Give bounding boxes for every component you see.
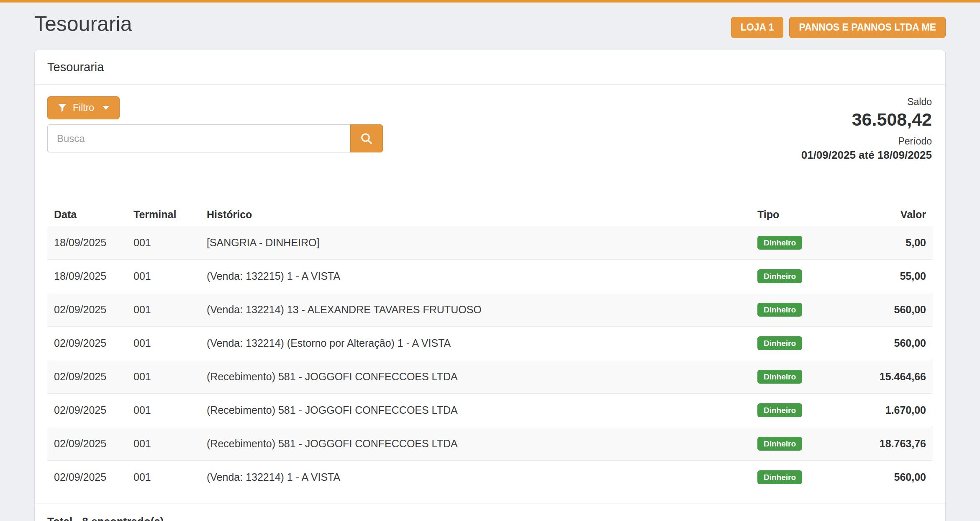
- cell-valor: 5,00: [847, 226, 933, 260]
- cell-tipo: Dinheiro: [751, 260, 847, 293]
- card-body: Filtro Saldo 36.508,42: [35, 85, 945, 494]
- cell-historico: [SANGRIA - DINHEIRO]: [200, 226, 751, 260]
- table-row[interactable]: 02/09/2025 001 (Recebimento) 581 - JOGGO…: [47, 394, 933, 427]
- cell-data: 02/09/2025: [47, 360, 127, 394]
- company-button[interactable]: PANNOS E PANNOS LTDA ME: [789, 17, 946, 38]
- cell-data: 02/09/2025: [47, 293, 127, 327]
- filter-dropdown-button[interactable]: Filtro: [47, 96, 120, 119]
- card-title: Tesouraria: [35, 50, 945, 85]
- tipo-badge: Dinheiro: [757, 370, 802, 384]
- column-header-tipo: Tipo: [751, 204, 847, 226]
- cell-tipo: Dinheiro: [751, 360, 847, 394]
- table-row[interactable]: 02/09/2025 001 (Venda: 132214) 13 - ALEX…: [47, 293, 933, 327]
- cell-historico: (Venda: 132214) 13 - ALEXANDRE TAVARES F…: [200, 293, 751, 327]
- transactions-table: Data Terminal Histórico Tipo Valor 18/09…: [47, 204, 933, 494]
- tipo-badge: Dinheiro: [757, 336, 802, 350]
- column-header-historico: Histórico: [200, 204, 751, 226]
- cell-data: 18/09/2025: [47, 260, 127, 293]
- cell-historico: (Venda: 132215) 1 - A VISTA: [200, 260, 751, 293]
- cell-terminal: 001: [127, 360, 200, 394]
- cell-valor: 560,00: [847, 327, 933, 360]
- tipo-badge: Dinheiro: [757, 303, 802, 317]
- search-group: [47, 124, 383, 152]
- filter-label: Filtro: [73, 102, 94, 113]
- cell-historico: (Recebimento) 581 - JOGGOFI CONFECCOES L…: [200, 394, 751, 427]
- cell-historico: (Recebimento) 581 - JOGGOFI CONFECCOES L…: [200, 427, 751, 461]
- cell-terminal: 001: [127, 327, 200, 360]
- cell-terminal: 001: [127, 226, 200, 260]
- cell-terminal: 001: [127, 461, 200, 494]
- saldo-label: Saldo: [801, 96, 932, 108]
- cell-tipo: Dinheiro: [751, 327, 847, 360]
- search-button[interactable]: [350, 124, 383, 152]
- search-input[interactable]: [47, 124, 350, 152]
- cell-terminal: 001: [127, 293, 200, 327]
- column-header-terminal: Terminal: [127, 204, 200, 226]
- tesouraria-card: Tesouraria Filtro: [34, 50, 946, 521]
- cell-valor: 15.464,66: [847, 360, 933, 394]
- tipo-badge: Dinheiro: [757, 437, 802, 451]
- header-buttons: LOJA 1 PANNOS E PANNOS LTDA ME: [731, 17, 946, 38]
- cell-historico: (Recebimento) 581 - JOGGOFI CONFECCOES L…: [200, 360, 751, 394]
- cell-tipo: Dinheiro: [751, 427, 847, 461]
- table-row[interactable]: 02/09/2025 001 (Recebimento) 581 - JOGGO…: [47, 360, 933, 394]
- store-button[interactable]: LOJA 1: [731, 17, 784, 38]
- cell-valor: 560,00: [847, 293, 933, 327]
- cell-data: 02/09/2025: [47, 394, 127, 427]
- cell-terminal: 001: [127, 260, 200, 293]
- cell-data: 02/09/2025: [47, 461, 127, 494]
- saldo-value: 36.508,42: [801, 109, 932, 130]
- cell-data: 02/09/2025: [47, 427, 127, 461]
- cell-historico: (Venda: 132214) 1 - A VISTA: [200, 461, 751, 494]
- cell-tipo: Dinheiro: [751, 394, 847, 427]
- table-header-row: Data Terminal Histórico Tipo Valor: [47, 204, 933, 226]
- cell-data: 18/09/2025: [47, 226, 127, 260]
- table-row[interactable]: 18/09/2025 001 [SANGRIA - DINHEIRO] Dinh…: [47, 226, 933, 260]
- table-row[interactable]: 02/09/2025 001 (Venda: 132214) 1 - A VIS…: [47, 461, 933, 494]
- cell-tipo: Dinheiro: [751, 461, 847, 494]
- tipo-badge: Dinheiro: [757, 470, 802, 484]
- periodo-value: 01/09/2025 até 18/09/2025: [801, 149, 932, 162]
- table-body: 18/09/2025 001 [SANGRIA - DINHEIRO] Dinh…: [47, 226, 933, 494]
- cell-historico: (Venda: 132214) (Estorno por Alteração) …: [200, 327, 751, 360]
- cell-valor: 18.763,76: [847, 427, 933, 461]
- table-row[interactable]: 18/09/2025 001 (Venda: 132215) 1 - A VIS…: [47, 260, 933, 293]
- toolbar-left: Filtro: [47, 96, 383, 152]
- column-header-valor: Valor: [847, 204, 933, 226]
- search-icon: [360, 132, 373, 145]
- cell-terminal: 001: [127, 394, 200, 427]
- page-title: Tesouraria: [34, 12, 132, 36]
- column-header-data: Data: [47, 204, 127, 226]
- cell-terminal: 001: [127, 427, 200, 461]
- cell-data: 02/09/2025: [47, 327, 127, 360]
- filter-icon: [58, 103, 67, 113]
- cell-tipo: Dinheiro: [751, 226, 847, 260]
- table-row[interactable]: 02/09/2025 001 (Recebimento) 581 - JOGGO…: [47, 427, 933, 461]
- tipo-badge: Dinheiro: [757, 269, 802, 283]
- tipo-badge: Dinheiro: [757, 403, 802, 417]
- table-row[interactable]: 02/09/2025 001 (Venda: 132214) (Estorno …: [47, 327, 933, 360]
- chevron-down-icon: [103, 106, 109, 110]
- total-footer: Total - 8 encontrado(s): [35, 503, 945, 521]
- cell-valor: 1.670,00: [847, 394, 933, 427]
- tipo-badge: Dinheiro: [757, 236, 802, 250]
- cell-valor: 560,00: [847, 461, 933, 494]
- periodo-label: Período: [801, 136, 932, 147]
- toolbar: Filtro Saldo 36.508,42: [47, 96, 933, 162]
- cell-valor: 55,00: [847, 260, 933, 293]
- page-header: Tesouraria LOJA 1 PANNOS E PANNOS LTDA M…: [0, 3, 980, 38]
- cell-tipo: Dinheiro: [751, 293, 847, 327]
- summary-panel: Saldo 36.508,42 Período 01/09/2025 até 1…: [801, 96, 933, 162]
